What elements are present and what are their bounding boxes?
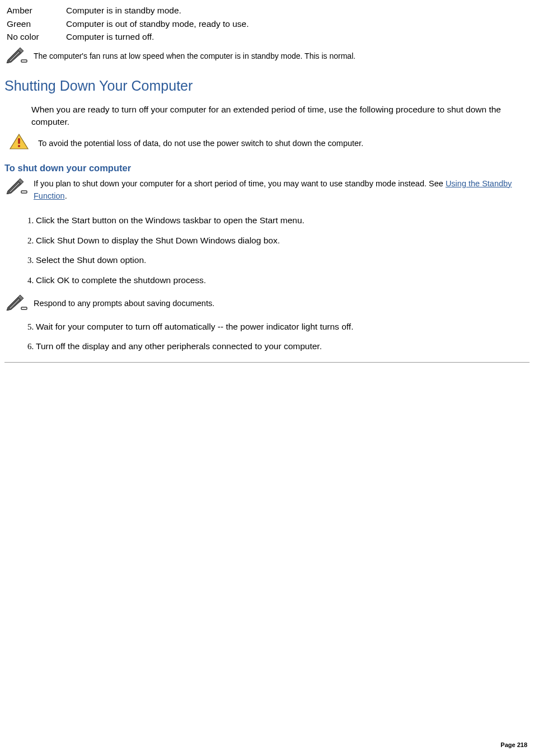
status-color: Green	[4, 18, 64, 31]
warning-icon	[9, 133, 29, 153]
page-number: Page 218	[500, 741, 527, 749]
respond-note: Respond to any prompts about saving docu…	[4, 294, 530, 313]
pen-note-icon	[4, 46, 29, 66]
warning-note: To avoid the potential loss of data, do …	[9, 133, 530, 153]
svg-rect-7	[21, 307, 27, 309]
status-desc: Computer is in standby mode.	[64, 4, 256, 18]
pen-note-icon	[4, 177, 29, 197]
section-heading: Shutting Down Your Computer	[4, 76, 530, 96]
fan-note: The computer's fan runs at low speed whe…	[4, 46, 530, 66]
steps-list-a: Click the Start button on the Windows ta…	[20, 210, 530, 290]
svg-rect-0	[21, 60, 27, 62]
standby-note-pre: If you plan to shut down your computer f…	[34, 179, 446, 188]
steps-list-b: Wait for your computer to turn off autom…	[20, 317, 530, 356]
status-row: Amber Computer is in standby mode.	[4, 4, 256, 18]
status-desc: Computer is out of standby mode, ready t…	[64, 18, 256, 31]
standby-note: If you plan to shut down your computer f…	[4, 177, 530, 203]
section-divider	[4, 362, 530, 363]
standby-note-text: If you plan to shut down your computer f…	[34, 179, 512, 201]
step-item: Click OK to complete the shutdown proces…	[36, 270, 530, 290]
standby-note-post: .	[65, 191, 67, 200]
sub-heading: To shut down your computer	[4, 162, 530, 175]
status-color: Amber	[4, 4, 64, 18]
status-row: Green Computer is out of standby mode, r…	[4, 18, 256, 31]
status-row: No color Computer is turned off.	[4, 31, 256, 44]
step-item: Click Shut Down to display the Shut Down…	[36, 231, 530, 251]
step-item: Turn off the display and any other perip…	[36, 336, 530, 356]
status-color: No color	[4, 31, 64, 44]
status-table: Amber Computer is in standby mode. Green…	[4, 4, 256, 44]
step-item: Click the Start button on the Windows ta…	[36, 210, 530, 231]
status-desc: Computer is turned off.	[64, 31, 256, 44]
step-item: Wait for your computer to turn off autom…	[36, 317, 530, 337]
fan-note-text: The computer's fan runs at low speed whe…	[34, 51, 355, 62]
warning-text: To avoid the potential loss of data, do …	[38, 138, 363, 149]
respond-note-text: Respond to any prompts about saving docu…	[34, 298, 214, 309]
intro-paragraph: When you are ready to turn off your comp…	[31, 104, 530, 128]
svg-point-4	[18, 145, 20, 147]
svg-rect-5	[21, 191, 27, 193]
step-item: Select the Shut down option.	[36, 250, 530, 270]
svg-rect-3	[18, 138, 20, 144]
pen-note-icon	[4, 294, 29, 313]
